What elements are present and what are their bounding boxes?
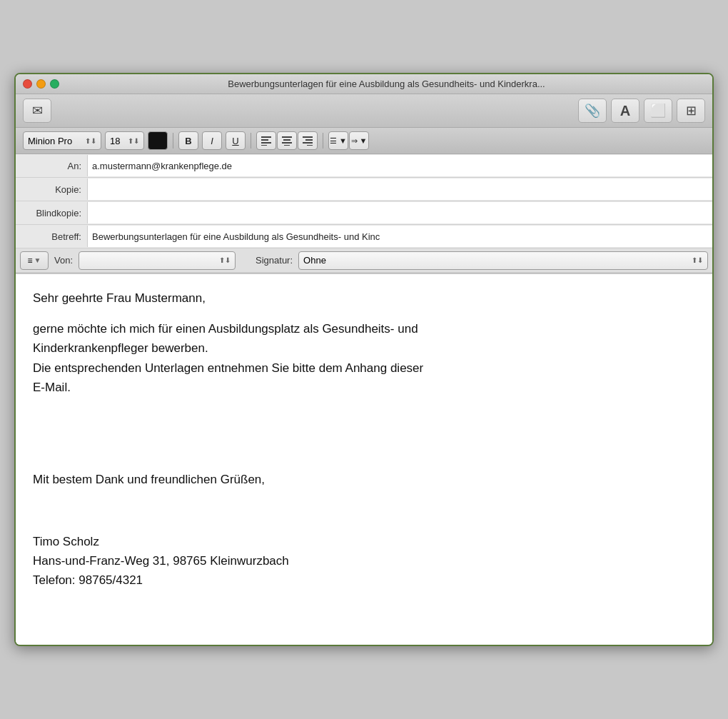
list-group: ☰ ▼ ⇒ ▼ — [328, 131, 369, 150]
font-family-select[interactable]: Minion Pro ⬆⬇ — [23, 131, 101, 150]
sig-chevron: ⬆⬇ — [692, 256, 703, 264]
signature-value: Ohne — [303, 255, 326, 266]
subject-label: Betreff: — [16, 231, 87, 242]
font-icon: A — [620, 103, 630, 119]
align-left-icon — [261, 136, 271, 146]
sig-address: Hans-und-Franz-Weg 31, 98765 Kleinwurzba… — [33, 554, 289, 568]
from-select-chevron: ⬆⬇ — [219, 256, 231, 264]
svg-rect-0 — [261, 136, 271, 138]
grid-icon: ⊞ — [686, 103, 697, 119]
close-button[interactable] — [23, 79, 32, 89]
bcc-input[interactable] — [87, 202, 712, 223]
divider2 — [251, 133, 251, 149]
menu-lines-icon: ≡ — [28, 256, 33, 266]
signature-label: Signatur: — [256, 255, 293, 266]
svg-rect-10 — [303, 142, 313, 144]
align-center-icon — [282, 136, 292, 146]
body-spacer — [33, 408, 695, 428]
more-button[interactable]: ⊞ — [677, 99, 705, 123]
photo-icon: ⬜ — [650, 103, 666, 119]
bold-button[interactable]: B — [178, 131, 198, 150]
subject-field-row: Betreff: — [16, 225, 712, 248]
font-size-select[interactable]: 18 ⬆⬇ — [105, 131, 144, 150]
svg-rect-11 — [307, 145, 313, 146]
align-left-button[interactable] — [256, 131, 276, 150]
bcc-field-row: Blindkopie: — [16, 201, 712, 225]
menu-chevron-icon: ▼ — [34, 256, 41, 264]
body-greeting: Sehr geehrte Frau Mustermann, — [33, 288, 695, 308]
traffic-lights — [23, 79, 59, 89]
list-icon: ☰ ▼ — [330, 136, 347, 146]
to-field-row: An: — [16, 154, 712, 178]
paperclip-icon: 📎 — [585, 103, 600, 119]
send-button[interactable]: ✉ — [23, 99, 51, 123]
color-button[interactable] — [148, 131, 168, 150]
svg-rect-2 — [261, 142, 271, 144]
window-title: Bewerbungsunterlagen für eine Ausbildung… — [68, 79, 705, 89]
align-right-icon — [303, 136, 313, 146]
svg-rect-9 — [305, 139, 313, 141]
signature-select[interactable]: Ohne ⬆⬇ — [298, 251, 708, 270]
indent-icon: ⇒ ▼ — [351, 136, 368, 146]
align-center-button[interactable] — [277, 131, 297, 150]
divider3 — [323, 133, 323, 149]
sig-phone: Telefon: 98765/4321 — [33, 573, 143, 587]
underline-button[interactable]: U — [226, 131, 246, 150]
mail-window: Bewerbungsunterlagen für eine Ausbildung… — [14, 73, 714, 646]
main-toolbar: ✉ 📎 A ⬜ ⊞ — [16, 94, 712, 128]
cc-input[interactable] — [87, 179, 712, 200]
cc-field-row: Kopie: — [16, 178, 712, 201]
to-input[interactable] — [87, 155, 712, 176]
from-label: Von: — [54, 255, 73, 266]
titlebar: Bewerbungsunterlagen für eine Ausbildung… — [16, 74, 712, 94]
font-family-chevron: ⬆⬇ — [85, 137, 96, 145]
body-closing: Mit bestem Dank und freundlichen Grüßen, — [33, 470, 695, 489]
svg-rect-6 — [282, 142, 292, 144]
align-right-button[interactable] — [298, 131, 318, 150]
header-fields: An: Kopie: Blindkopie: Betreff: ≡ ▼ Von:… — [16, 154, 712, 273]
body-paragraph1: gerne möchte ich mich für einen Ausbildu… — [33, 319, 695, 397]
svg-rect-3 — [261, 145, 267, 146]
to-label: An: — [16, 161, 87, 171]
send-icon: ✉ — [32, 103, 43, 119]
attach-button[interactable]: 📎 — [578, 99, 607, 123]
align-group — [256, 131, 318, 150]
indent-button[interactable]: ⇒ ▼ — [349, 131, 369, 150]
bcc-label: Blindkopie: — [16, 208, 87, 218]
from-menu-button[interactable]: ≡ ▼ — [20, 251, 49, 270]
divider1 — [173, 133, 173, 149]
list-button[interactable]: ☰ ▼ — [328, 131, 348, 150]
font-size-label: 18 — [110, 136, 120, 146]
italic-button[interactable]: I — [202, 131, 222, 150]
font-family-label: Minion Pro — [28, 136, 72, 146]
subject-input[interactable] — [87, 226, 712, 247]
font-button[interactable]: A — [611, 99, 639, 123]
body-signature: Timo Scholz Hans-und-Franz-Weg 31, 98765… — [33, 532, 695, 590]
svg-rect-8 — [303, 136, 313, 138]
format-bar: Minion Pro ⬆⬇ 18 ⬆⬇ B I U — [16, 128, 712, 154]
from-row: ≡ ▼ Von: ⬆⬇ Signatur: Ohne ⬆⬇ — [16, 248, 712, 273]
font-size-chevron: ⬆⬇ — [128, 137, 139, 145]
sig-name: Timo Scholz — [33, 535, 99, 548]
cc-label: Kopie: — [16, 184, 87, 195]
minimize-button[interactable] — [36, 79, 46, 89]
svg-rect-7 — [284, 145, 290, 146]
from-select[interactable]: ⬆⬇ — [79, 251, 236, 270]
photo-button[interactable]: ⬜ — [644, 99, 672, 123]
maximize-button[interactable] — [50, 79, 59, 89]
body-spacer3 — [33, 501, 695, 521]
email-body[interactable]: Sehr geehrte Frau Mustermann, gerne möch… — [16, 273, 712, 645]
svg-rect-5 — [283, 139, 290, 141]
svg-rect-1 — [261, 139, 268, 141]
body-spacer2 — [33, 439, 695, 458]
svg-rect-4 — [282, 136, 292, 138]
